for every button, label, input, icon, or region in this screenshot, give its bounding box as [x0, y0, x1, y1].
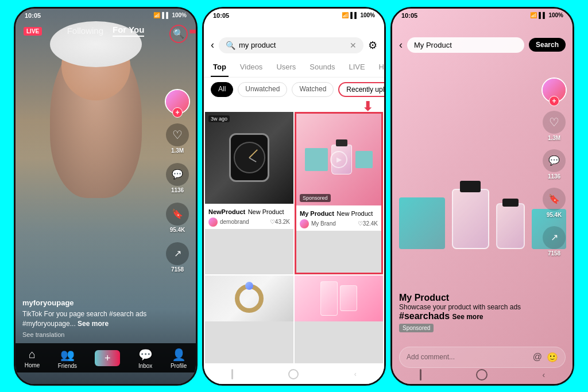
creator-avatar-p3[interactable]: + — [541, 77, 567, 103]
search-text-p2: my product — [239, 41, 346, 49]
search-result-3[interactable] — [205, 275, 293, 363]
bookmark-icon: 🔖 — [166, 203, 189, 226]
back-button-p3[interactable]: ‹ — [399, 39, 403, 51]
chip-recently-uploaded[interactable]: Recently uploaded — [338, 82, 384, 97]
like-button-p3[interactable]: ♡ 1.3M — [543, 111, 566, 141]
status-time-phone3: 10:05 — [401, 12, 417, 19]
share-button-p3[interactable]: ↗ 7158 — [543, 226, 566, 257]
phone1-main-content: 10:05 📶 ▌▌ 100% LIVE Following For You 🔍… — [16, 9, 196, 384]
create-video-btn[interactable]: + — [95, 350, 120, 366]
profile-icon: 👤 — [172, 348, 186, 362]
home-icon: ⌂ — [29, 348, 36, 361]
back-button-p2[interactable]: ‹ — [211, 39, 214, 51]
bookmark-button[interactable]: 🔖 95.4K — [166, 203, 189, 233]
phone2-search-results: 10:05 📶 ▌▌ 100% ‹ 🔍 my product ✕ ⚙ — [202, 7, 386, 386]
gesture-circle-p2 — [288, 369, 299, 379]
nav-inbox-btn[interactable]: 💬 Inbox — [138, 348, 153, 369]
follow-plus-badge-p3[interactable]: + — [549, 96, 559, 106]
perfume-cap-2 — [502, 199, 519, 207]
tab-videos[interactable]: Videos — [238, 58, 265, 77]
comment-placeholder: Add comment... — [407, 353, 528, 361]
result-thumbnail-1: 3w ago — [205, 112, 293, 204]
tab-sounds[interactable]: Sounds — [307, 58, 337, 77]
comment-button[interactable]: 💬 1136 — [166, 163, 189, 193]
profile-label: Profile — [171, 363, 187, 369]
tab-hashtags[interactable]: Hashtags — [377, 58, 384, 77]
nav-friends-btn[interactable]: 👥 Friends — [58, 348, 77, 369]
likes-count-2: ♡32.4K — [358, 220, 378, 227]
likes-count-1: ♡43.2K — [270, 219, 290, 225]
see-translation[interactable]: See translation — [22, 331, 161, 338]
result-footer-1: demobrand ♡43.2K — [208, 218, 290, 227]
status-icons-phone1: 📶 ▌▌ 100% — [153, 12, 187, 18]
filter-tabs: Top Videos Users Sounds LIVE Hashtags — [204, 58, 384, 77]
status-bar-phone2: 10:05 📶 ▌▌ 100% — [204, 9, 384, 21]
tab-top[interactable]: Top — [211, 58, 229, 77]
watch-dial — [234, 142, 265, 173]
status-icons-phone2: 📶 ▌▌ 100% — [342, 12, 375, 18]
result-title-1: NewProduct New Product — [208, 206, 290, 216]
product-description: Showcase your product with search ads — [399, 303, 541, 311]
chip-unwatched[interactable]: Unwatched — [238, 82, 287, 97]
phone1-tiktok-feed: 10:05 📶 ▌▌ 100% LIVE Following For You 🔍… — [14, 7, 198, 386]
chip-watched[interactable]: Watched — [292, 82, 334, 97]
creator-avatar[interactable]: + — [165, 89, 190, 114]
caption-text: TikTok For you page search #search ads #… — [22, 309, 161, 329]
nav-profile-btn[interactable]: 👤 Profile — [171, 348, 187, 369]
inbox-icon: 💬 — [138, 348, 153, 362]
bookmark-button-p3[interactable]: 🔖 95.4K — [543, 188, 566, 218]
comment-count: 1136 — [171, 187, 184, 193]
tab-live[interactable]: LIVE — [346, 58, 367, 77]
search-button-p3[interactable]: Search — [529, 38, 566, 52]
comment-bar: Add comment... @ 🙂 — [399, 347, 566, 368]
emoji-button[interactable]: 🙂 — [547, 352, 558, 363]
gesture-chevron-p3: ‹ — [543, 370, 546, 379]
like-button[interactable]: ♡ 1.3M — [166, 123, 189, 154]
comment-button-p3[interactable]: 💬 1136 — [543, 149, 566, 180]
sub-filter-chips: All Unwatched Watched Recently uploaded — [204, 77, 384, 102]
result-thumbnail-2: ▶ Sponsored — [296, 114, 381, 205]
signal-icon: ▌▌ — [162, 12, 170, 18]
search-header: ‹ 🔍 my product ✕ ⚙ — [204, 21, 384, 58]
nav-for-you[interactable]: For You — [113, 25, 144, 37]
comment-count-p3: 1136 — [548, 173, 560, 180]
search-bar-p3[interactable]: My Product — [407, 37, 524, 53]
wifi-icon-p2: 📶 — [342, 12, 349, 18]
heart-icon-p3: ♡ — [543, 111, 566, 134]
at-mention-button[interactable]: @ — [533, 352, 542, 362]
right-sidebar-phone3: + ♡ 1.3M 💬 1136 🔖 95.4K ↗ 7158 — [541, 77, 567, 257]
ring-image — [205, 275, 293, 321]
follow-plus-badge[interactable]: + — [172, 107, 183, 118]
search-button-phone1[interactable]: 🔍 — [169, 25, 188, 43]
clear-search-icon[interactable]: ✕ — [350, 41, 357, 50]
see-more-link[interactable]: See more — [78, 320, 109, 328]
wifi-icon-p3: 📶 — [530, 12, 537, 18]
share-button[interactable]: ↗ 7158 — [166, 242, 189, 273]
home-label: Home — [25, 362, 40, 368]
share-icon: ↗ — [166, 242, 189, 265]
search-bar-p2[interactable]: 🔍 my product ✕ — [219, 37, 363, 53]
nav-home-btn[interactable]: ⌂ Home — [25, 348, 40, 368]
gesture-chevron-p2: ‹ — [354, 370, 357, 378]
status-time-phone1: 10:05 — [25, 12, 41, 19]
search-result-2-sponsored[interactable]: ▶ Sponsored My Product New Product My Br… — [295, 112, 383, 274]
gesture-circle-p3 — [476, 369, 488, 381]
bookmark-icon-p3: 🔖 — [543, 188, 566, 211]
perfume-image: ▶ — [296, 114, 381, 205]
see-more-link-p3[interactable]: See more — [452, 313, 483, 321]
result-meta-1: NewProduct New Product demobrand ♡43.2K — [205, 204, 293, 229]
brand-name-2: My Brand — [311, 220, 336, 227]
gesture-nav-p2: ‹ — [204, 364, 384, 384]
filter-settings-icon[interactable]: ⚙ — [368, 39, 377, 52]
creator-username: myforyoupage — [22, 298, 161, 307]
phone2-main-content: 10:05 📶 ▌▌ 100% ‹ 🔍 my product ✕ ⚙ — [204, 9, 384, 384]
tab-users[interactable]: Users — [274, 58, 298, 77]
cosmetic-bottle-1 — [320, 281, 338, 316]
chip-all[interactable]: All — [211, 82, 233, 97]
nav-following[interactable]: Following — [67, 26, 103, 36]
bookmark-count: 95.4K — [170, 227, 185, 233]
search-result-1[interactable]: 3w ago NewProduct New Product demobrand … — [205, 112, 293, 274]
teal-box-large-1 — [399, 197, 445, 249]
watch-image — [205, 112, 293, 204]
search-result-4[interactable] — [295, 275, 383, 363]
